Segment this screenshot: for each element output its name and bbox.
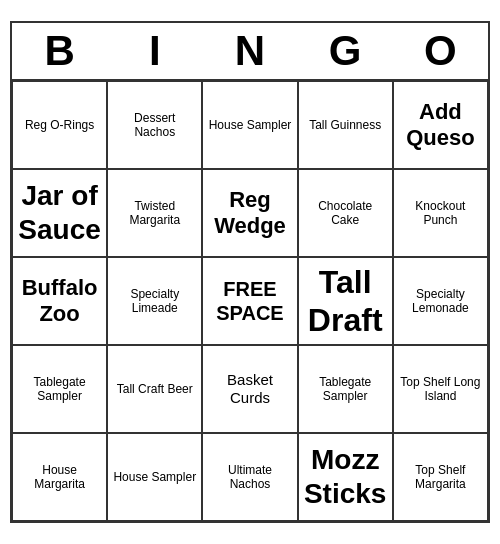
cell-text-9: Knockout Punch: [398, 199, 483, 228]
bingo-cell-15: Tablegate Sampler: [12, 345, 107, 433]
bingo-header: BINGO: [12, 23, 488, 81]
cell-text-12: FREE SPACE: [207, 277, 292, 325]
bingo-cell-10: Buffalo Zoo: [12, 257, 107, 345]
cell-text-23: Mozz Sticks: [303, 443, 388, 510]
cell-text-7: Reg Wedge: [207, 187, 292, 240]
cell-text-10: Buffalo Zoo: [17, 275, 102, 328]
bingo-cell-11: Specialty Limeade: [107, 257, 202, 345]
bingo-cell-0: Reg O-Rings: [12, 81, 107, 169]
cell-text-4: Add Queso: [398, 99, 483, 152]
bingo-cell-17: Basket Curds: [202, 345, 297, 433]
bingo-cell-2: House Sampler: [202, 81, 297, 169]
bingo-cell-18: Tablegate Sampler: [298, 345, 393, 433]
bingo-card: BINGO Reg O-RingsDessert NachosHouse Sam…: [10, 21, 490, 523]
header-letter-i: I: [107, 23, 202, 81]
cell-text-6: Twisted Margarita: [112, 199, 197, 228]
cell-text-17: Basket Curds: [207, 371, 292, 407]
bingo-cell-8: Chocolate Cake: [298, 169, 393, 257]
bingo-cell-22: Ultimate Nachos: [202, 433, 297, 521]
bingo-cell-5: Jar of Sauce: [12, 169, 107, 257]
bingo-cell-7: Reg Wedge: [202, 169, 297, 257]
bingo-cell-23: Mozz Sticks: [298, 433, 393, 521]
cell-text-16: Tall Craft Beer: [117, 382, 193, 396]
cell-text-24: Top Shelf Margarita: [398, 463, 483, 492]
cell-text-22: Ultimate Nachos: [207, 463, 292, 492]
bingo-cell-3: Tall Guinness: [298, 81, 393, 169]
cell-text-18: Tablegate Sampler: [303, 375, 388, 404]
cell-text-19: Top Shelf Long Island: [398, 375, 483, 404]
bingo-cell-9: Knockout Punch: [393, 169, 488, 257]
header-letter-n: N: [202, 23, 297, 81]
bingo-cell-14: Specialty Lemonade: [393, 257, 488, 345]
cell-text-15: Tablegate Sampler: [17, 375, 102, 404]
cell-text-11: Specialty Limeade: [112, 287, 197, 316]
cell-text-20: House Margarita: [17, 463, 102, 492]
cell-text-2: House Sampler: [209, 118, 292, 132]
bingo-cell-13: Tall Draft: [298, 257, 393, 345]
header-letter-b: B: [12, 23, 107, 81]
header-letter-g: G: [298, 23, 393, 81]
header-letter-o: O: [393, 23, 488, 81]
cell-text-8: Chocolate Cake: [303, 199, 388, 228]
cell-text-14: Specialty Lemonade: [398, 287, 483, 316]
bingo-grid: Reg O-RingsDessert NachosHouse SamplerTa…: [12, 81, 488, 521]
bingo-cell-24: Top Shelf Margarita: [393, 433, 488, 521]
cell-text-5: Jar of Sauce: [17, 179, 102, 246]
cell-text-3: Tall Guinness: [309, 118, 381, 132]
cell-text-21: House Sampler: [113, 470, 196, 484]
bingo-cell-6: Twisted Margarita: [107, 169, 202, 257]
bingo-cell-12: FREE SPACE: [202, 257, 297, 345]
bingo-cell-4: Add Queso: [393, 81, 488, 169]
bingo-cell-20: House Margarita: [12, 433, 107, 521]
bingo-cell-1: Dessert Nachos: [107, 81, 202, 169]
bingo-cell-16: Tall Craft Beer: [107, 345, 202, 433]
cell-text-1: Dessert Nachos: [112, 111, 197, 140]
bingo-cell-19: Top Shelf Long Island: [393, 345, 488, 433]
cell-text-13: Tall Draft: [303, 263, 388, 340]
cell-text-0: Reg O-Rings: [25, 118, 94, 132]
bingo-cell-21: House Sampler: [107, 433, 202, 521]
